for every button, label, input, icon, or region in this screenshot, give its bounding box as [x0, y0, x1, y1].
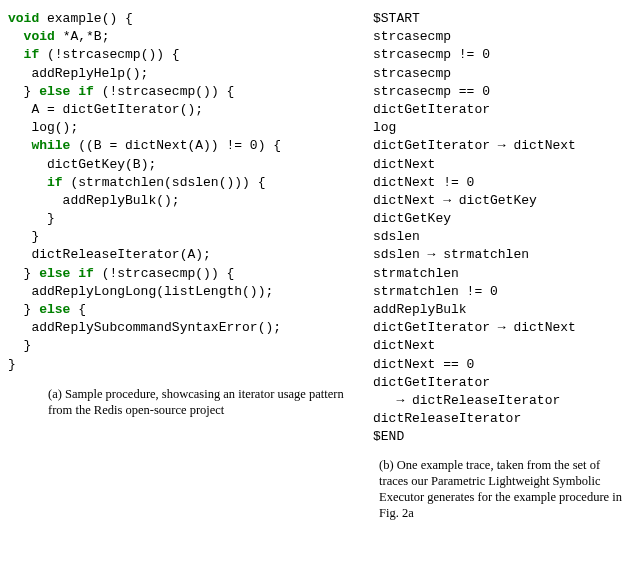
trace-line: dictGetIterator → dictNext: [373, 138, 576, 153]
code-text: log();: [31, 120, 78, 135]
trace-line: strmatchlen != 0: [373, 284, 498, 299]
code-text: addReplySubcommandSyntaxError();: [31, 320, 281, 335]
keyword-if: if: [47, 175, 63, 190]
code-text: ((B = dictNext(A)) != 0) {: [70, 138, 281, 153]
code-text: A = dictGetIterator();: [31, 102, 203, 117]
code-text: (!strcasecmp()) {: [39, 47, 179, 62]
trace-line: strcasecmp != 0: [373, 47, 490, 62]
keyword-else: else: [39, 302, 70, 317]
trace-line: strcasecmp: [373, 66, 451, 81]
trace-line: log: [373, 120, 396, 135]
code-text: }: [24, 338, 32, 353]
code-text: }: [47, 211, 55, 226]
code-text: addReplyHelp();: [31, 66, 148, 81]
code-text: (!strcasecmp()) {: [94, 84, 234, 99]
trace-line: dictGetKey: [373, 211, 451, 226]
code-text: addReplyLongLong(listLength());: [31, 284, 273, 299]
left-column: void example() { void *A,*B; if (!strcas…: [8, 10, 373, 557]
keyword-void: void: [8, 11, 39, 26]
keyword-if: if: [78, 84, 94, 99]
code-text: *A,*B;: [55, 29, 110, 44]
caption-a: (a) Sample procedure, showcasing an iter…: [8, 386, 373, 419]
trace-line: strcasecmp: [373, 29, 451, 44]
code-text: (strmatchlen(sdslen())) {: [63, 175, 266, 190]
caption-b: (b) One example trace, taken from the se…: [373, 457, 632, 522]
keyword-void: void: [24, 29, 55, 44]
trace-line: sdslen → strmatchlen: [373, 247, 529, 262]
code-text: (!strcasecmp()) {: [94, 266, 234, 281]
trace-line: dictNext == 0: [373, 357, 474, 372]
trace-line: dictNext: [373, 338, 435, 353]
trace-line: strmatchlen: [373, 266, 459, 281]
keyword-else: else: [39, 84, 70, 99]
trace-line: dictReleaseIterator: [373, 411, 521, 426]
code-listing: void example() { void *A,*B; if (!strcas…: [8, 10, 373, 374]
trace-line: $END: [373, 429, 404, 444]
code-text: {: [70, 302, 86, 317]
code-text: }: [8, 357, 16, 372]
right-column: $START strcasecmp strcasecmp != 0 strcas…: [373, 10, 632, 557]
code-text: dictReleaseIterator(A);: [31, 247, 210, 262]
trace-line: strcasecmp == 0: [373, 84, 490, 99]
keyword-if: if: [78, 266, 94, 281]
trace-line: dictNext → dictGetKey: [373, 193, 537, 208]
trace-line: dictNext != 0: [373, 175, 474, 190]
trace-line: dictGetIterator: [373, 375, 490, 390]
code-text: addReplyBulk();: [63, 193, 180, 208]
code-text: }: [31, 229, 39, 244]
trace-listing: $START strcasecmp strcasecmp != 0 strcas…: [373, 10, 632, 447]
trace-line: addReplyBulk: [373, 302, 467, 317]
trace-line: dictNext: [373, 157, 435, 172]
trace-line: sdslen: [373, 229, 420, 244]
keyword-while: while: [31, 138, 70, 153]
trace-line: → dictReleaseIterator: [373, 393, 560, 408]
trace-line: $START: [373, 11, 420, 26]
keyword-else: else: [39, 266, 70, 281]
keyword-if: if: [24, 47, 40, 62]
figure-container: void example() { void *A,*B; if (!strcas…: [0, 0, 640, 565]
trace-line: dictGetIterator → dictNext: [373, 320, 576, 335]
trace-line: dictGetIterator: [373, 102, 490, 117]
code-text: dictGetKey(B);: [47, 157, 156, 172]
code-text: example() {: [39, 11, 133, 26]
